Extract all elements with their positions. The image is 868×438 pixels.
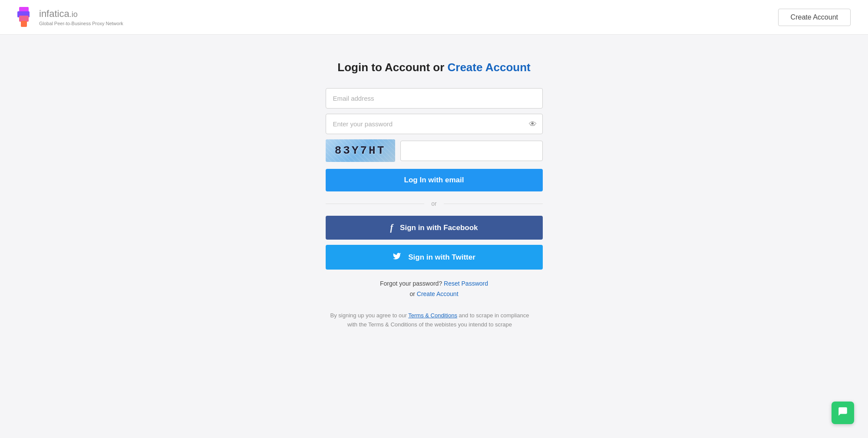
password-input[interactable] [326, 114, 543, 134]
page-title-create-link[interactable]: Create Account [448, 61, 531, 74]
twitter-icon [393, 252, 401, 263]
captcha-input[interactable] [400, 141, 543, 161]
password-wrapper: 👁 [326, 114, 543, 134]
terms-prefix: By signing up you agree to our [330, 312, 409, 319]
captcha-text: 83Y7HT [335, 144, 386, 157]
divider-line-left [326, 204, 425, 204]
divider-line-right [444, 204, 543, 204]
login-email-button[interactable]: Log In with email [326, 169, 543, 191]
chat-widget-button[interactable] [832, 402, 854, 424]
login-form: 👁 83Y7HT Log In with email or f Sign in … [326, 88, 543, 329]
create-account-header-button[interactable]: Create Account [778, 9, 851, 26]
twitter-signin-button[interactable]: Sign in with Twitter [326, 245, 543, 270]
create-account-link[interactable]: Create Account [417, 290, 459, 297]
logo-name: infatica.io [39, 8, 123, 20]
toggle-password-icon[interactable]: 👁 [529, 119, 537, 128]
forgot-password-row: Forgot your password? Reset Password [326, 280, 543, 287]
divider-text: or [431, 200, 436, 207]
facebook-icon: f [390, 223, 393, 233]
svg-rect-2 [19, 16, 29, 22]
main-content: Login to Account or Create Account 👁 83Y… [0, 35, 868, 356]
forgot-prefix-text: Forgot your password? [380, 280, 444, 287]
twitter-btn-label: Sign in with Twitter [408, 253, 475, 262]
terms-link[interactable]: Terms & Conditions [408, 312, 457, 319]
divider: or [326, 200, 543, 207]
logo-icon [17, 7, 34, 28]
page-title-prefix: Login to Account or [337, 61, 447, 74]
header: infatica.io Global Peer-to-Business Prox… [0, 0, 868, 35]
logo-tagline: Global Peer-to-Business Proxy Network [39, 21, 123, 26]
captcha-row: 83Y7HT [326, 139, 543, 162]
logo-tld: .io [69, 10, 78, 19]
chat-widget-icon [837, 406, 848, 420]
facebook-signin-button[interactable]: f Sign in with Facebook [326, 216, 543, 240]
email-input[interactable] [326, 88, 543, 109]
or-create-row: or Create Account [326, 290, 543, 297]
svg-rect-3 [21, 21, 27, 27]
captcha-image: 83Y7HT [326, 139, 395, 162]
logo-name-text: infatica [39, 8, 69, 19]
page-title: Login to Account or Create Account [337, 61, 530, 74]
logo-area: infatica.io Global Peer-to-Business Prox… [17, 7, 123, 28]
or-text: or [409, 290, 416, 297]
reset-password-link[interactable]: Reset Password [444, 280, 488, 287]
logo-text-area: infatica.io Global Peer-to-Business Prox… [39, 8, 123, 26]
facebook-btn-label: Sign in with Facebook [400, 224, 478, 232]
terms-text: By signing up you agree to our Terms & C… [326, 311, 534, 329]
